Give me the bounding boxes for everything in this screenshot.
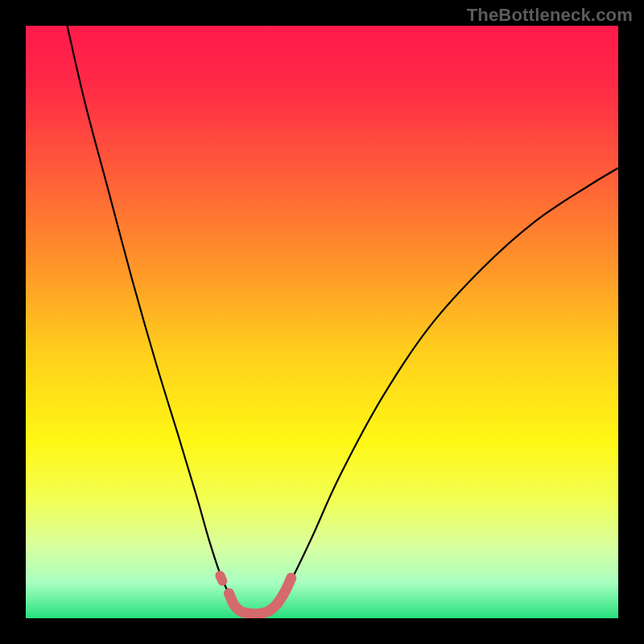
watermark-text: TheBottleneck.com xyxy=(467,5,633,26)
chart-svg xyxy=(26,26,618,618)
series-highlight-left-dot xyxy=(220,576,222,581)
chart-background xyxy=(26,26,618,618)
chart-frame: TheBottleneck.com xyxy=(0,0,644,644)
plot-area xyxy=(26,26,618,618)
